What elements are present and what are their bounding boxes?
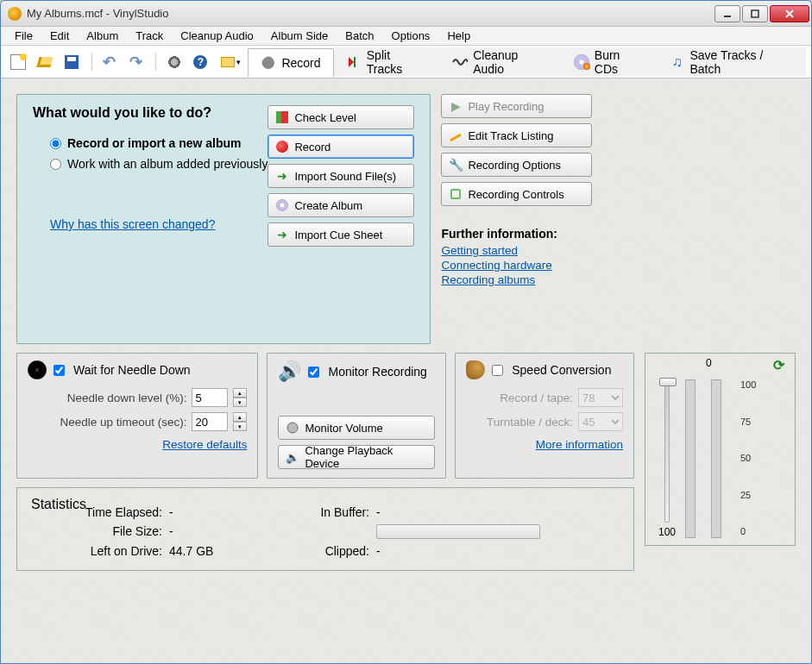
needle-group: Wait for Needle Down Needle down level (… [16, 353, 258, 479]
minimize-button[interactable] [714, 5, 740, 22]
close-button[interactable] [770, 5, 809, 22]
undo-button[interactable]: ↶ [98, 47, 123, 76]
spin-up[interactable]: ▴ [233, 412, 247, 422]
option-work-previous[interactable]: Work with an album added previously [33, 153, 268, 174]
record-tape-label: Record / tape: [500, 392, 573, 404]
monitor-checkbox[interactable] [308, 366, 319, 378]
restore-defaults-link[interactable]: Restore defaults [162, 438, 247, 451]
spin-down[interactable]: ▾ [233, 422, 247, 431]
getting-started-link[interactable]: Getting started [441, 244, 592, 257]
menu-file[interactable]: File [6, 28, 41, 44]
more-info-link[interactable]: More information [536, 438, 623, 451]
why-changed-link[interactable]: Why has this screen changed? [50, 217, 215, 231]
wrench-icon: 🔧 [449, 158, 463, 172]
maximize-button[interactable] [742, 5, 768, 22]
open-button[interactable] [33, 47, 58, 76]
gramophone-icon [466, 360, 485, 379]
open-icon [37, 57, 54, 67]
settings-button[interactable] [161, 47, 186, 76]
monitor-group: 🔊 Monitor Recording Monitor Volume 🔈 [267, 353, 446, 479]
tab-cleanup-label: Cleanup Audio [473, 48, 548, 76]
tab-save[interactable]: ♫ Save Tracks / Batch [657, 47, 806, 76]
app-icon [8, 7, 22, 21]
left-on-drive-value: 44.7 GB [169, 544, 281, 558]
tab-burn[interactable]: Burn CDs [561, 47, 657, 76]
side-panel: ▶ Play Recording Edit Track Listing 🔧 Re… [441, 94, 592, 344]
speaker-small-icon: 🔈 [286, 450, 299, 464]
menu-batch[interactable]: Batch [337, 28, 382, 44]
menu-side[interactable]: Album Side [262, 28, 337, 44]
redo-button[interactable]: ↷ [123, 47, 148, 76]
speed-group: Speed Conversion Record / tape: 78 Turnt… [455, 353, 634, 479]
recording-controls-button[interactable]: Recording Controls [441, 182, 592, 206]
needle-level-label: Needle down level (%): [67, 392, 187, 404]
separator [91, 53, 92, 71]
pencil-icon [449, 128, 463, 142]
content-area: What would you like to do? Record or imp… [1, 78, 811, 663]
meter-ticks: 100 75 50 25 0 [737, 360, 786, 538]
folder-icon [221, 57, 235, 67]
needle-timeout-label: Needle up timeout (sec): [60, 416, 186, 429]
vinyl-icon [28, 360, 47, 379]
microphone-icon [261, 55, 276, 71]
radio-work-previous[interactable] [50, 159, 61, 170]
check-level-button[interactable]: Check Level [268, 105, 414, 129]
record-tape-select[interactable]: 78 [578, 388, 623, 407]
menu-track[interactable]: Track [127, 28, 172, 44]
main-panel: What would you like to do? Record or imp… [16, 94, 431, 344]
tab-split[interactable]: Split Tracks [334, 47, 440, 76]
menu-edit[interactable]: Edit [41, 28, 78, 44]
help-icon: ? [193, 55, 207, 69]
import-sound-button[interactable]: ➜ Import Sound File(s) [268, 164, 414, 188]
recording-albums-link[interactable]: Recording albums [441, 273, 592, 286]
buffer-progress [376, 524, 540, 539]
wait-needle-checkbox[interactable] [54, 365, 65, 376]
new-icon [10, 54, 26, 70]
redo-icon: ↷ [129, 53, 142, 72]
edit-track-listing-button[interactable]: Edit Track Listing [441, 123, 592, 147]
import-cue-button[interactable]: ➜ Import Cue Sheet [268, 222, 414, 247]
speed-checkbox[interactable] [492, 365, 503, 376]
menu-cleanup[interactable]: Cleanup Audio [172, 28, 262, 44]
svg-rect-1 [752, 10, 758, 17]
import-file-icon: ➜ [275, 169, 289, 183]
burn-cd-icon [574, 54, 589, 70]
spin-down[interactable]: ▾ [233, 398, 247, 407]
save-toolbar-button[interactable] [60, 47, 85, 76]
connecting-hardware-link[interactable]: Connecting hardware [441, 259, 592, 272]
level-meter-icon [275, 110, 289, 124]
option-record-import[interactable]: Record or import a new album [33, 133, 268, 153]
further-info-title: Further information: [441, 227, 592, 241]
record-button[interactable]: Record [268, 135, 414, 159]
import-cue-icon: ➜ [275, 228, 289, 241]
split-icon [347, 54, 362, 70]
menu-album[interactable]: Album [78, 28, 127, 44]
monitor-volume-button[interactable]: Monitor Volume [278, 416, 435, 440]
reset-meter-icon[interactable]: ⟳ [773, 357, 784, 373]
play-recording-button[interactable]: ▶ Play Recording [441, 94, 592, 118]
gain-slider[interactable] [664, 379, 670, 523]
menubar: File Edit Album Track Cleanup Audio Albu… [1, 27, 811, 46]
menu-options[interactable]: Options [383, 28, 439, 44]
needle-timeout-input[interactable] [192, 412, 228, 431]
new-button[interactable] [6, 47, 31, 76]
tab-cleanup[interactable]: Cleanup Audio [439, 47, 561, 76]
radio-record-import[interactable] [50, 138, 61, 149]
tab-burn-label: Burn CDs [595, 48, 644, 76]
help-button[interactable]: ? [188, 47, 213, 76]
tab-record[interactable]: Record [248, 48, 333, 77]
window-title: My Albums.mcf - VinylStudio [27, 7, 713, 20]
wait-needle-label: Wait for Needle Down [73, 363, 191, 377]
meter-top-label: 0 [706, 357, 712, 369]
turntable-select[interactable]: 45 [578, 412, 623, 431]
folder-dropdown[interactable]: ▾ [215, 47, 247, 76]
change-device-button[interactable]: 🔈 Change Playback Device [278, 445, 435, 469]
recording-options-button[interactable]: 🔧 Recording Options [441, 153, 592, 177]
level-meter-right [711, 379, 721, 538]
create-album-button[interactable]: Create Album [268, 193, 414, 217]
menu-help[interactable]: Help [438, 28, 479, 44]
slider-thumb[interactable] [659, 378, 677, 386]
spin-up[interactable]: ▴ [233, 388, 247, 398]
music-notes-icon: ♫ [670, 54, 684, 70]
needle-level-input[interactable] [192, 388, 228, 407]
